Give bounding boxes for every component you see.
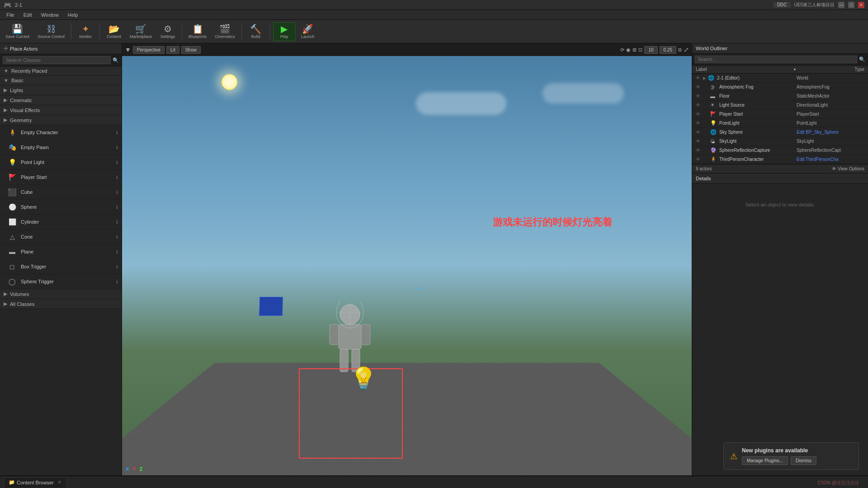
floor-grid — [122, 363, 692, 475]
sky-sphere-name: Sky Sphere — [719, 130, 797, 135]
viewport[interactable]: ▼ Perspective Lit Show ⟳ ◉ ⊞ ⊡ 10 0.25 ⧉… — [122, 43, 692, 475]
outliner-row-player-start[interactable]: 👁 🚩 Player Start PlayerStart — [692, 110, 868, 119]
actor-sphere[interactable]: ⚪ Sphere ℹ — [0, 200, 122, 215]
cloud-1 — [416, 92, 506, 115]
perspective-btn[interactable]: Perspective — [133, 46, 165, 54]
content-browser-tab[interactable]: 📁 Content Browser ✕ — [4, 477, 66, 488]
category-visual-effects[interactable]: ▶ Visual Effects — [0, 105, 122, 115]
toolbar-separator-4 — [241, 23, 242, 40]
vp-dropdown-btn[interactable]: ▼ — [125, 46, 131, 53]
launch-button[interactable]: 🚀 Launch — [297, 23, 319, 41]
modes-icon: ✦ — [82, 24, 90, 33]
source-control-button[interactable]: ⛓ Source Control — [34, 23, 68, 41]
marketplace-button[interactable]: 🛒 Marketplace — [126, 23, 156, 41]
cylinder-label: Cylinder — [21, 219, 113, 225]
actor-box-trigger[interactable]: ◻ Box Trigger ℹ — [0, 259, 122, 274]
save-button[interactable]: 💾 Save Current — [2, 23, 33, 41]
actor-plane[interactable]: ▬ Plane ℹ — [0, 244, 122, 259]
category-all-classes[interactable]: ▶ All Classes — [0, 299, 122, 309]
category-lights[interactable]: ▶ Lights — [0, 85, 122, 95]
menu-help[interactable]: Help — [63, 11, 83, 19]
editor-row-type: World — [797, 75, 864, 80]
outliner-row-light-source[interactable]: 👁 ☀ Light Source DirectionalLight — [692, 101, 868, 110]
vp-icon-2[interactable]: ◉ — [626, 47, 631, 53]
settings-button[interactable]: ⚙ Settings — [156, 23, 179, 41]
dismiss-button[interactable]: Dismiss — [791, 456, 816, 465]
vp-scale[interactable]: 0.25 — [660, 46, 676, 54]
vp-icon-3[interactable]: ⊞ — [632, 47, 637, 53]
point-light-row-icon: 💡 — [710, 120, 717, 126]
actor-empty-character[interactable]: 🧍 Empty Character ℹ — [0, 125, 122, 140]
outliner-title: World Outliner — [696, 46, 727, 51]
main-toolbar: 💾 Save Current ⛓ Source Control ✦ Modes … — [0, 20, 868, 43]
col-type: Type — [797, 67, 864, 72]
outliner-row-third-person-char[interactable]: 👁 🧍 ThirdPersonCharacter Edit ThirdPerso… — [692, 155, 868, 164]
outliner-row-atm-fog[interactable]: 👁 🌫 Atmospheric Fog AtmosphericFog — [692, 83, 868, 92]
details-content: Select an object to view details. — [692, 184, 868, 225]
menu-window[interactable]: Window — [37, 11, 63, 19]
vp-icon-1[interactable]: ⟳ — [620, 47, 624, 53]
modes-label: Modes — [80, 34, 92, 39]
actor-cube[interactable]: ⬛ Cube ℹ — [0, 185, 122, 200]
minimize-button[interactable]: — — [838, 2, 844, 8]
content-browser-tab-close[interactable]: ✕ — [57, 479, 61, 485]
menu-file[interactable]: File — [2, 11, 19, 19]
outliner-row-sphere-reflection[interactable]: 👁 🔮 SphereReflectionCapture SphereReflec… — [692, 146, 868, 155]
launch-label: Launch — [301, 34, 315, 39]
vp-icon-4[interactable]: ⊡ — [638, 47, 642, 53]
actor-cone[interactable]: △ Cone ℹ — [0, 230, 122, 244]
modes-button[interactable]: ✦ Modes — [74, 23, 97, 41]
content-browser-icon: 📁 — [9, 479, 15, 485]
build-button[interactable]: 🔨 Build — [245, 23, 267, 41]
details-title: Details — [696, 176, 711, 181]
details-placeholder: Select an object to view details. — [745, 202, 815, 207]
content-browser-panel: 📁 Content Browser ✕ ➕ Add/Import ▼ 💾 Sav… — [0, 475, 868, 488]
outliner-row-floor[interactable]: 👁 ▬ Floor StaticMeshActor — [692, 92, 868, 101]
category-cinematic[interactable]: ▶ Cinematic — [0, 95, 122, 105]
third-person-char-type[interactable]: Edit ThirdPersonCha — [797, 157, 864, 162]
sphere-reflection-icon: 🔮 — [710, 147, 717, 153]
cinematics-label: Cinematics — [215, 34, 235, 39]
blueprints-button[interactable]: 📋 Blueprints — [185, 23, 210, 41]
category-geometry-label: Geometry — [10, 117, 32, 123]
ddc-button[interactable]: DDC — [774, 2, 791, 8]
search-classes-input[interactable] — [3, 56, 111, 64]
view-options-btn[interactable]: 👁 View Options — [832, 166, 864, 171]
actor-sphere-trigger[interactable]: ◯ Sphere Trigger ℹ — [0, 274, 122, 289]
category-basic-label: Basic — [11, 78, 24, 83]
actor-player-start[interactable]: 🚩 Player Start ℹ — [0, 170, 122, 185]
play-label: Play — [280, 34, 288, 39]
sky-light-type: SkyLight — [797, 139, 864, 144]
vp-maximize-btn[interactable]: ⤢ — [684, 46, 689, 53]
show-btn[interactable]: Show — [181, 46, 201, 54]
close-button[interactable]: ✕ — [858, 2, 864, 8]
directional-light-icon: ☀ — [710, 102, 717, 108]
outliner-row-point-light[interactable]: 👁 💡 PointLight PointLight — [692, 119, 868, 128]
lit-btn[interactable]: Lit — [166, 46, 179, 54]
menu-edit[interactable]: Edit — [19, 11, 37, 19]
vp-grid-size[interactable]: 10 — [644, 46, 657, 54]
scene-viewport[interactable]: → 💡 游戏未运行的时候灯光亮着 X Y Z — [122, 56, 692, 475]
category-basic[interactable]: ▼ Basic — [0, 76, 122, 85]
cylinder-icon: ⬜ — [7, 217, 17, 227]
maximize-button[interactable]: □ — [848, 2, 854, 8]
category-volumes[interactable]: ▶ Volumes — [0, 289, 122, 299]
manage-plugins-button[interactable]: Manage Plugins... — [742, 456, 788, 465]
actor-cylinder[interactable]: ⬜ Cylinder ℹ — [0, 215, 122, 230]
sphere-trigger-icon: ◯ — [7, 277, 17, 286]
outliner-row-sky-sphere[interactable]: 👁 🌐 Sky Sphere Edit BP_Sky_Sphere — [692, 128, 868, 137]
category-geometry[interactable]: ▶ Geometry — [0, 115, 122, 125]
content-button[interactable]: 📂 Content — [103, 23, 125, 41]
actor-point-light[interactable]: 💡 Point Light ℹ — [0, 155, 122, 170]
cinematics-button[interactable]: 🎬 Cinematics — [211, 23, 239, 41]
outliner-search-input[interactable] — [695, 56, 857, 63]
player-start-row-type: PlayerStart — [797, 112, 864, 117]
box-actor[interactable] — [259, 297, 283, 316]
category-recently-placed[interactable]: ▼ Recently Placed — [0, 66, 122, 76]
outliner-row-editor[interactable]: 👁 ▶ 🌐 2-1 (Editor) World — [692, 74, 868, 83]
play-button[interactable]: ▶ Play — [273, 22, 296, 41]
vp-icon-5[interactable]: ⧉ — [678, 47, 682, 53]
outliner-row-sky-light[interactable]: 👁 🌤 SkyLight SkyLight — [692, 137, 868, 146]
sky-sphere-type[interactable]: Edit BP_Sky_Sphere — [797, 130, 864, 135]
actor-empty-pawn[interactable]: 🎭 Empty Pawn ℹ — [0, 140, 122, 155]
